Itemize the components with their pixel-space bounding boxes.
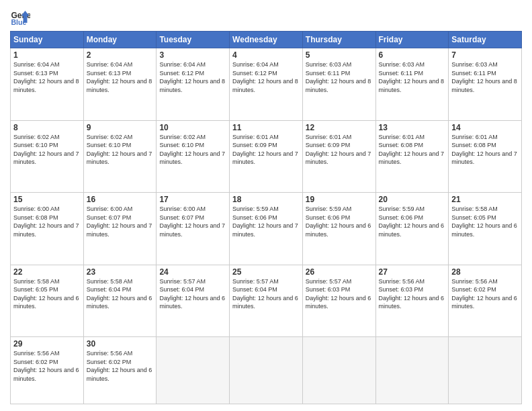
day-number: 2 [87,50,154,60]
day-info: Sunrise: 5:58 AM Sunset: 6:05 PM Dayligh… [13,277,81,311]
day-info: Sunrise: 5:56 AM Sunset: 6:02 PM Dayligh… [87,349,154,383]
day-number: 28 [451,267,519,277]
day-number: 20 [379,195,446,204]
day-info: Sunrise: 6:02 AM Sunset: 6:10 PM Dayligh… [159,133,226,167]
day-info: Sunrise: 5:58 AM Sunset: 6:04 PM Dayligh… [87,277,154,311]
day-info: Sunrise: 5:59 AM Sunset: 6:06 PM Dayligh… [232,205,300,238]
header: General Blue [10,7,522,27]
weekday-header-friday: Friday [375,32,449,48]
day-number: 13 [379,123,446,132]
day-number: 18 [232,195,300,204]
calendar-cell: 23 Sunrise: 5:58 AM Sunset: 6:04 PM Dayl… [83,265,157,337]
logo-icon: General Blue [10,7,30,27]
calendar-cell [230,337,303,404]
calendar-cell: 5 Sunrise: 6:03 AM Sunset: 6:11 PM Dayli… [302,48,375,121]
calendar-cell: 16 Sunrise: 6:00 AM Sunset: 6:07 PM Dayl… [83,193,157,265]
day-number: 21 [451,195,519,204]
week-row-2: 8 Sunrise: 6:02 AM Sunset: 6:10 PM Dayli… [11,120,522,193]
calendar-cell: 12 Sunrise: 6:01 AM Sunset: 6:09 PM Dayl… [302,120,375,193]
day-number: 8 [13,123,81,132]
day-info: Sunrise: 6:04 AM Sunset: 6:12 PM Dayligh… [232,60,300,94]
day-number: 17 [159,195,226,204]
weekday-header-tuesday: Tuesday [157,32,230,48]
calendar-cell: 1 Sunrise: 6:04 AM Sunset: 6:13 PM Dayli… [11,48,84,121]
calendar-cell: 10 Sunrise: 6:02 AM Sunset: 6:10 PM Dayl… [157,120,230,193]
day-info: Sunrise: 6:00 AM Sunset: 6:07 PM Dayligh… [87,205,154,238]
calendar-table: SundayMondayTuesdayWednesdayThursdayFrid… [10,31,522,404]
calendar-cell: 22 Sunrise: 5:58 AM Sunset: 6:05 PM Dayl… [11,265,84,337]
day-info: Sunrise: 6:01 AM Sunset: 6:08 PM Dayligh… [379,133,446,167]
calendar-cell: 29 Sunrise: 5:56 AM Sunset: 6:02 PM Dayl… [11,337,84,404]
day-info: Sunrise: 6:04 AM Sunset: 6:13 PM Dayligh… [87,60,154,94]
calendar-cell: 15 Sunrise: 6:00 AM Sunset: 6:08 PM Dayl… [11,193,84,265]
day-number: 6 [379,50,446,60]
calendar-cell: 26 Sunrise: 5:57 AM Sunset: 6:03 PM Dayl… [302,265,375,337]
calendar-cell [157,337,230,404]
calendar-cell: 19 Sunrise: 5:59 AM Sunset: 6:06 PM Dayl… [302,193,375,265]
day-info: Sunrise: 6:03 AM Sunset: 6:11 PM Dayligh… [451,60,519,94]
day-info: Sunrise: 6:04 AM Sunset: 6:12 PM Dayligh… [159,60,226,94]
day-info: Sunrise: 6:02 AM Sunset: 6:10 PM Dayligh… [87,133,154,167]
day-info: Sunrise: 6:00 AM Sunset: 6:08 PM Dayligh… [13,205,81,238]
day-number: 15 [13,195,81,204]
calendar-cell: 30 Sunrise: 5:56 AM Sunset: 6:02 PM Dayl… [83,337,157,404]
day-number: 22 [13,267,81,277]
calendar-cell: 28 Sunrise: 5:56 AM Sunset: 6:02 PM Dayl… [449,265,522,337]
weekday-header-row: SundayMondayTuesdayWednesdayThursdayFrid… [11,32,522,48]
logo: General Blue [10,7,33,27]
calendar-cell: 25 Sunrise: 5:57 AM Sunset: 6:04 PM Dayl… [230,265,303,337]
weekday-header-wednesday: Wednesday [230,32,303,48]
calendar-cell: 18 Sunrise: 5:59 AM Sunset: 6:06 PM Dayl… [230,193,303,265]
day-info: Sunrise: 5:57 AM Sunset: 6:04 PM Dayligh… [232,277,300,311]
day-info: Sunrise: 5:59 AM Sunset: 6:06 PM Dayligh… [379,205,446,238]
day-number: 10 [159,123,226,132]
calendar-cell: 27 Sunrise: 5:56 AM Sunset: 6:03 PM Dayl… [375,265,449,337]
day-number: 30 [87,339,154,349]
day-info: Sunrise: 5:59 AM Sunset: 6:06 PM Dayligh… [306,205,373,238]
day-info: Sunrise: 5:56 AM Sunset: 6:03 PM Dayligh… [379,277,446,311]
day-number: 3 [159,50,226,60]
calendar-cell: 14 Sunrise: 6:01 AM Sunset: 6:08 PM Dayl… [449,120,522,193]
week-row-1: 1 Sunrise: 6:04 AM Sunset: 6:13 PM Dayli… [11,48,522,121]
day-number: 1 [13,50,81,60]
calendar-cell: 11 Sunrise: 6:01 AM Sunset: 6:09 PM Dayl… [230,120,303,193]
weekday-header-monday: Monday [83,32,157,48]
calendar-cell: 20 Sunrise: 5:59 AM Sunset: 6:06 PM Dayl… [375,193,449,265]
day-info: Sunrise: 6:01 AM Sunset: 6:09 PM Dayligh… [232,133,300,167]
day-number: 11 [232,123,300,132]
weekday-header-saturday: Saturday [449,32,522,48]
calendar-cell: 3 Sunrise: 6:04 AM Sunset: 6:12 PM Dayli… [157,48,230,121]
day-number: 25 [232,267,300,277]
day-info: Sunrise: 5:56 AM Sunset: 6:02 PM Dayligh… [451,277,519,311]
day-number: 9 [87,123,154,132]
day-number: 4 [232,50,300,60]
day-info: Sunrise: 6:01 AM Sunset: 6:09 PM Dayligh… [306,133,373,167]
weekday-header-thursday: Thursday [302,32,375,48]
calendar-cell: 7 Sunrise: 6:03 AM Sunset: 6:11 PM Dayli… [449,48,522,121]
day-number: 14 [451,123,519,132]
day-info: Sunrise: 6:04 AM Sunset: 6:13 PM Dayligh… [13,60,81,94]
week-row-5: 29 Sunrise: 5:56 AM Sunset: 6:02 PM Dayl… [11,337,522,404]
day-info: Sunrise: 5:58 AM Sunset: 6:05 PM Dayligh… [451,205,519,238]
day-info: Sunrise: 6:03 AM Sunset: 6:11 PM Dayligh… [379,60,446,94]
day-info: Sunrise: 6:01 AM Sunset: 6:08 PM Dayligh… [451,133,519,167]
day-info: Sunrise: 6:02 AM Sunset: 6:10 PM Dayligh… [13,133,81,167]
week-row-3: 15 Sunrise: 6:00 AM Sunset: 6:08 PM Dayl… [11,193,522,265]
calendar-cell: 17 Sunrise: 6:00 AM Sunset: 6:07 PM Dayl… [157,193,230,265]
calendar-cell: 9 Sunrise: 6:02 AM Sunset: 6:10 PM Dayli… [83,120,157,193]
calendar-cell [449,337,522,404]
calendar-cell: 8 Sunrise: 6:02 AM Sunset: 6:10 PM Dayli… [11,120,84,193]
week-row-4: 22 Sunrise: 5:58 AM Sunset: 6:05 PM Dayl… [11,265,522,337]
weekday-header-sunday: Sunday [11,32,84,48]
calendar-cell: 24 Sunrise: 5:57 AM Sunset: 6:04 PM Dayl… [157,265,230,337]
calendar-cell [375,337,449,404]
day-info: Sunrise: 5:57 AM Sunset: 6:03 PM Dayligh… [306,277,373,311]
calendar-cell: 4 Sunrise: 6:04 AM Sunset: 6:12 PM Dayli… [230,48,303,121]
day-info: Sunrise: 5:56 AM Sunset: 6:02 PM Dayligh… [13,349,81,383]
calendar-cell [302,337,375,404]
day-number: 16 [87,195,154,204]
day-number: 12 [306,123,373,132]
calendar-cell: 6 Sunrise: 6:03 AM Sunset: 6:11 PM Dayli… [375,48,449,121]
day-info: Sunrise: 6:03 AM Sunset: 6:11 PM Dayligh… [306,60,373,94]
day-info: Sunrise: 5:57 AM Sunset: 6:04 PM Dayligh… [159,277,226,311]
